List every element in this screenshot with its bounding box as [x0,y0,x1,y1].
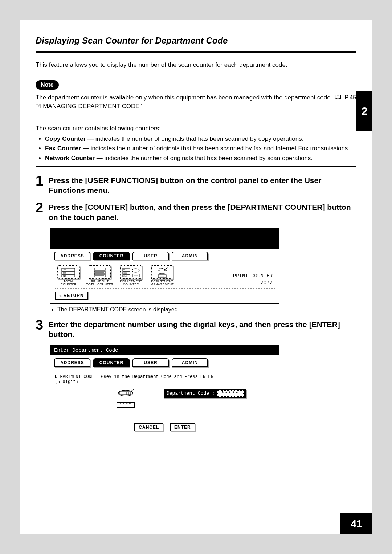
arrow-right-icon [101,375,103,378]
tab-user[interactable]: USER [132,252,169,260]
step-title: Press the [USER FUNCTIONS] button on the… [49,175,356,195]
total-counter-button[interactable]: 055 086 019 TOTALCOUNTER [55,265,82,286]
department-counter-button[interactable]: 055 086 019 *** DEPARTMENTCOUNTER [117,265,145,286]
note-badge: Note [36,80,59,90]
panel-header-bar: Enter Department Code [50,345,279,355]
svg-text:086: 086 [123,272,127,274]
icon-label: PRINT OUTTOTAL COUNTER [86,280,114,286]
step-number: 2 [36,201,49,215]
tab-user[interactable]: USER [132,358,169,367]
print-out-total-counter-button[interactable]: PRINT OUTTOTAL COUNTER [86,265,114,286]
counter-item: Fax Counter — indicates the number of or… [45,144,356,153]
step-2: 2 Press the [COUNTER] button, and then p… [36,201,356,222]
counters-intro: The scan counter contains following coun… [36,124,356,133]
counter-desc: — indicates the number of originals that… [95,155,313,162]
step-2-sub-text: The DEPARTMENT CODE screen is displayed. [57,306,356,313]
panel2-instruction: DEPARTMENT CODE Key in the Department Co… [55,372,275,389]
svg-text:086: 086 [63,272,66,274]
note-text: The department counter is available only… [36,93,356,111]
tab-address[interactable]: ADDRESS [54,358,90,367]
total-counter-icon: 055 086 019 [57,265,80,279]
svg-point-19 [132,269,139,272]
svg-text:***: *** [160,275,164,277]
svg-text:019: 019 [123,275,127,277]
icon-label: DEPARTMENTCOUNTER [117,280,145,286]
tab-address[interactable]: ADDRESS [54,252,90,260]
counter-item: Network Counter — indicates the number o… [45,154,356,163]
section-title: Displaying Scan Counter for Department C… [36,36,356,46]
step-number: 1 [36,174,49,188]
step-3: 3 Enter the department number using the … [36,318,356,339]
dotted-rule [55,418,275,418]
enter-button[interactable]: ENTER [170,423,195,431]
svg-text:055: 055 [123,269,127,271]
department-management-button[interactable]: *** DEPARTMENTMANAGEMENT [148,265,176,286]
step-2-sub: The DEPARTMENT CODE screen is displayed. [50,306,356,313]
tab-counter[interactable]: COUNTER [93,252,130,260]
keypad-label: **** [117,402,135,408]
step-title: Press the [COUNTER] button, and then pre… [49,202,356,222]
tab-admin[interactable]: ADMIN [172,252,208,260]
svg-text:055: 055 [63,269,66,271]
page-number: 41 [340,513,372,534]
svg-rect-26 [120,392,131,395]
panel-tabs: ADDRESS COUNTER USER ADMIN [50,249,279,260]
department-counter-icon: 055 086 019 *** [120,265,142,279]
panel-tabs: ADDRESS COUNTER USER ADMIN [50,355,279,367]
panel2-header-text: Enter Department Code [54,347,118,353]
counter-name: Fax Counter [45,145,81,152]
icon-label: DEPARTMENTMANAGEMENT [148,280,176,286]
svg-point-22 [158,270,166,274]
counter-desc: — indicates the number of originals that… [86,135,303,142]
printout-icon [89,265,111,279]
step-1: 1 Press the [USER FUNCTIONS] button on t… [36,174,356,195]
counter-name: Network Counter [45,155,95,162]
chapter-tab: 2 [356,91,372,131]
department-management-icon: *** [151,265,173,279]
dc-label: Department Code : [167,391,215,396]
panel-body: 055 086 019 TOTALCOUNTER [50,260,279,303]
section-rule [36,51,356,53]
counter-name: Copy Counter [45,135,86,142]
keypad-icon: **** [113,389,138,408]
svg-text:***: *** [134,274,138,277]
step-number: 3 [36,318,49,332]
svg-text:019: 019 [63,275,66,277]
step-title: Enter the department number using the di… [49,319,356,339]
cancel-button[interactable]: CANCEL [134,423,163,431]
panel-header-bar [50,228,279,249]
touch-panel-screenshot-2: Enter Department Code ADDRESS COUNTER US… [50,345,279,439]
print-counter-readout: PRINT COUNTER 2072 [180,273,275,286]
dotted-rule [55,288,275,289]
dc-value: ***** [217,390,244,397]
counters-list: Copy Counter — indicates the number of o… [36,135,356,163]
tab-admin[interactable]: ADMIN [172,358,208,367]
thin-rule [36,166,356,167]
return-button[interactable]: RETURN [55,292,88,300]
counter-item: Copy Counter — indicates the number of o… [45,135,356,144]
panel-body: DEPARTMENT CODE Key in the Department Co… [50,367,279,439]
department-code-field[interactable]: Department Code : ***** [164,389,246,398]
touch-panel-screenshot-1: ADDRESS COUNTER USER ADMIN 055 086 019 [50,228,279,304]
note-body: The department counter is available only… [36,94,332,101]
book-icon [335,95,341,100]
intro-text: This feature allows you to display the n… [36,61,356,69]
counter-desc: — indicates the number of originals that… [81,145,350,152]
tab-counter[interactable]: COUNTER [93,358,130,367]
icon-label: TOTALCOUNTER [55,280,82,286]
